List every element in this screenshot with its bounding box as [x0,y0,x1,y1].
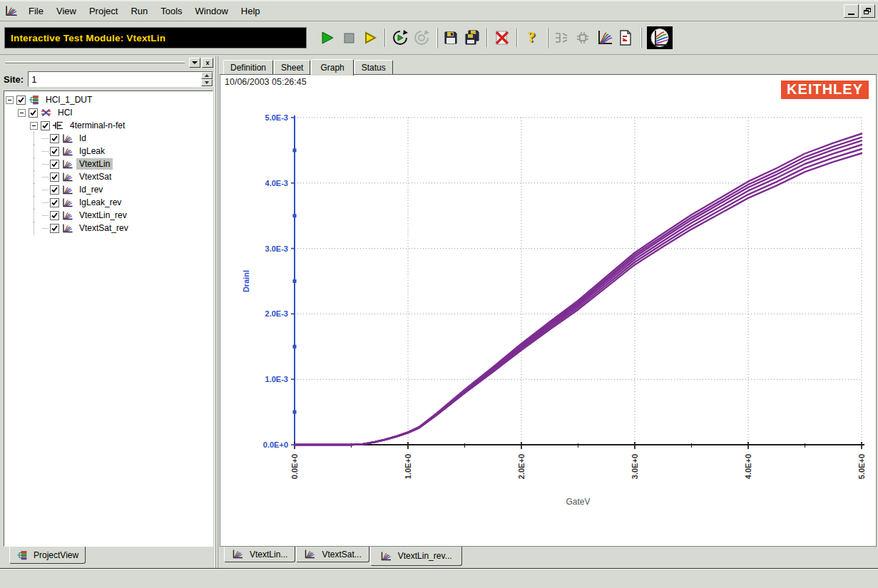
tab-sheet[interactable]: Sheet [274,60,310,75]
tree-item-label[interactable]: 4terminal-n-fet [67,120,128,131]
tree-item-IgLeak_rev[interactable]: IgLeak_rev [6,196,213,209]
graph-icon [61,134,73,143]
tree-item-IgLeak[interactable]: IgLeak [6,145,213,158]
tab-vtextlin[interactable]: VtextLin... [224,547,295,562]
probe-config-button[interactable] [551,28,571,48]
save-all-button[interactable] [462,28,482,48]
graph-button[interactable] [594,28,614,48]
graph-icon [380,552,392,561]
tab-definition[interactable]: Definition [223,60,273,75]
svg-text:1.0E-3: 1.0E-3 [265,375,288,383]
tree-item-label[interactable]: HCI_1_DUT [43,94,95,105]
tree-checkbox[interactable] [50,160,59,169]
project-tree: HCI_1_DUT HCI 4terminal-n-fet Id [4,91,213,547]
help-button[interactable]: ? ? [522,28,542,48]
restore-button[interactable] [860,4,875,18]
tree-item-Id_rev[interactable]: Id_rev [6,183,213,196]
minimize-icon [848,14,854,15]
tree-checkbox[interactable] [50,224,59,233]
run-button[interactable] [317,28,337,48]
tree-checkbox[interactable] [50,198,59,207]
tree-checkbox[interactable] [50,185,59,195]
menu-run[interactable]: Run [124,3,154,19]
kite-graph-icon [650,28,670,48]
minimize-button[interactable] [844,4,859,18]
panel-grip[interactable] [5,61,185,63]
tree-checkbox[interactable] [50,134,59,143]
graph-icon [61,160,73,169]
menu-help[interactable]: Help [235,3,267,19]
tree-checkbox[interactable] [16,96,26,105]
menu-view[interactable]: View [50,3,83,19]
tree-connector [42,177,49,177]
delete-button[interactable] [492,28,512,48]
cycle-run-button[interactable] [412,28,432,48]
graph-icon [61,134,73,143]
tree-checkbox[interactable] [50,147,59,156]
graph-icon [596,30,613,46]
repeat-run-button[interactable] [390,28,410,48]
tree-item-label[interactable]: IgLeak [76,145,108,157]
tree-checkbox[interactable] [41,121,50,130]
menu-tools[interactable]: Tools [154,3,188,19]
tree-item-label[interactable]: Id [76,133,89,144]
graph-plot: 0.0E+01.0E+02.0E+03.0E+04.0E+05.0E+00.0E… [220,75,876,546]
panel-menu-button[interactable] [189,58,200,68]
tree-item-label[interactable]: VtextSat_rev [76,222,131,234]
site-spin-up-button[interactable] [201,72,213,79]
tree-checkbox[interactable] [50,211,59,220]
menu-file[interactable]: File [22,3,50,19]
graph-icon [61,147,73,156]
tree-item-VtextLin_rev[interactable]: VtextLin_rev [6,209,213,222]
site-input[interactable] [29,72,201,86]
tree-item-VtextSat[interactable]: VtextSat [6,170,213,183]
chip-button[interactable] [573,28,593,48]
panel-splitter[interactable] [213,56,220,568]
step-button[interactable] [360,28,380,48]
kite-graph-button[interactable] [647,26,673,49]
expand-toggle[interactable] [18,109,26,117]
graph-icon [61,185,73,195]
menu-project[interactable]: Project [83,3,124,19]
graph-icon [61,147,73,156]
tab-graph[interactable]: Graph [311,59,353,76]
expand-toggle[interactable] [30,122,38,130]
tree-checkbox[interactable] [29,108,38,118]
tree-item-label[interactable]: IgLeak_rev [76,197,124,208]
menu-window[interactable]: Window [189,3,235,19]
tab-vtextsat[interactable]: VtextSat... [296,547,369,562]
project-icon [28,95,40,105]
tree-item-VtextSat_rev[interactable]: VtextSat_rev [6,222,213,234]
tree-item-label[interactable]: VtextSat [76,171,114,182]
expand-toggle[interactable] [6,96,14,104]
tree-item-label[interactable]: VtextLin [76,158,113,170]
tab-projectview-label: ProjectView [34,550,78,560]
tree-item-label[interactable]: VtextLin_rev [76,210,130,221]
tree-item-HCI[interactable]: HCI [6,106,213,119]
graph-icon [61,211,73,220]
report-button[interactable] [616,28,635,48]
tree-item-HCI_1_DUT[interactable]: HCI_1_DUT [6,93,213,106]
report-icon [618,29,633,46]
tree-item-label[interactable]: HCI [55,107,76,118]
tree-connector [42,228,49,229]
panel-close-button[interactable]: x [202,58,213,68]
toolbar-separator [516,29,518,47]
tree-item-VtextLin[interactable]: VtextLin [6,158,213,170]
tab-vtextlin-rev[interactable]: VtextLin_rev... [370,547,462,566]
tab-projectview[interactable]: ProjectView [9,547,86,564]
tree-item-label[interactable]: Id_rev [76,184,106,195]
tree-item-4terminal-n-fet[interactable]: 4terminal-n-fet [6,119,213,132]
save-button[interactable] [441,28,461,48]
chevron-down-icon [192,61,198,64]
tree-item-Id[interactable]: Id [6,132,213,145]
tab-status[interactable]: Status [354,60,393,75]
project-icon [16,550,28,560]
site-spin-down-button[interactable] [201,79,213,86]
sheet-tab-strip: VtextLin... VtextSat... VtextLin_rev... [220,547,877,568]
menu-items: FileViewProjectRunToolsWindowHelp [22,3,844,19]
stop-button[interactable] [339,28,359,48]
graph-icon [232,550,243,559]
tree-checkbox[interactable] [50,172,59,182]
graph-timestamp: 10/06/2003 05:26:45 [225,77,307,87]
